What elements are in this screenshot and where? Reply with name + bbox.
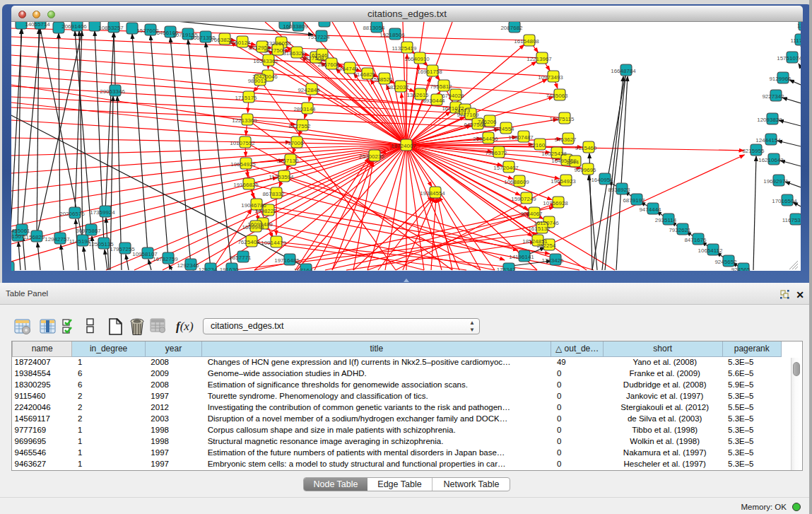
svg-text:12444154: 12444154 [755, 137, 781, 144]
svg-text:9463627: 9463627 [554, 136, 577, 143]
svg-text:7625402: 7625402 [237, 239, 260, 245]
svg-text:8678332: 8678332 [262, 191, 285, 197]
svg-text:10107552: 10107552 [230, 140, 255, 146]
svg-text:2087682: 2087682 [500, 25, 523, 31]
svg-text:15907249: 15907249 [511, 196, 536, 202]
svg-text:1615132: 1615132 [528, 226, 551, 232]
svg-text:7986372: 7986372 [485, 150, 507, 156]
svg-text:16961758: 16961758 [417, 69, 442, 75]
svg-text:1715175: 1715175 [235, 95, 257, 101]
svg-text:19654923: 19654923 [551, 178, 576, 185]
svg-text:129234: 129234 [199, 267, 218, 271]
svg-text:29053346: 29053346 [100, 88, 125, 95]
svg-text:10025438: 10025438 [541, 151, 567, 157]
svg-text:2935114: 2935114 [655, 217, 677, 223]
svg-text:30975867: 30975867 [76, 228, 101, 234]
svg-text:7485063: 7485063 [546, 93, 568, 99]
svg-text:9474444: 9474444 [639, 206, 661, 213]
svg-text:23226058: 23226058 [266, 40, 291, 47]
svg-text:10807487: 10807487 [508, 134, 534, 141]
svg-text:9777169: 9777169 [457, 112, 479, 118]
svg-text:10914479: 10914479 [261, 240, 286, 246]
svg-text:8215955: 8215955 [742, 148, 765, 154]
svg-text:11325419: 11325419 [392, 45, 418, 52]
svg-text:19692971: 19692971 [763, 178, 789, 185]
svg-text:1733426: 1733426 [541, 257, 564, 264]
svg-text:6794028: 6794028 [442, 93, 464, 99]
svg-text:7955812: 7955812 [430, 83, 452, 90]
svg-text:18724007: 18724007 [391, 143, 416, 149]
svg-text:16640910: 16640910 [404, 56, 430, 62]
svg-text:8813054: 8813054 [363, 25, 385, 31]
svg-text:9699695: 9699695 [574, 167, 596, 173]
svg-text:9857771: 9857771 [229, 255, 252, 261]
svg-text:191630: 191630 [220, 267, 239, 271]
svg-text:1156829: 1156829 [23, 234, 45, 240]
svg-text:19384554: 19384554 [420, 190, 445, 197]
svg-text:9245652: 9245652 [714, 259, 737, 265]
svg-text:15720407: 15720407 [493, 165, 519, 171]
svg-text:8938923: 8938923 [608, 187, 630, 193]
svg-text:7557224: 7557224 [307, 34, 330, 40]
svg-text:12093822: 12093822 [757, 117, 782, 123]
svg-text:1527602: 1527602 [136, 28, 159, 34]
svg-text:10688609: 10688609 [504, 179, 529, 185]
svg-text:3498222: 3498222 [254, 208, 277, 214]
svg-text:16782759: 16782759 [153, 256, 178, 262]
svg-text:746206: 746206 [478, 119, 497, 125]
svg-text:19654925: 19654925 [230, 161, 256, 168]
svg-text:20691406: 20691406 [61, 23, 87, 30]
svg-text:1145194: 1145194 [69, 238, 91, 245]
svg-text:173342: 173342 [497, 267, 516, 271]
svg-text:1588520: 1588520 [370, 76, 393, 83]
svg-text:11174: 11174 [790, 37, 801, 44]
svg-text:1609948: 1609948 [242, 224, 264, 230]
svg-text:9084067: 9084067 [520, 211, 543, 217]
svg-text:1167533: 1167533 [782, 217, 801, 223]
svg-text:11353594: 11353594 [269, 174, 295, 180]
svg-text:10973493: 10973493 [538, 74, 563, 81]
svg-text:17957255: 17957255 [110, 246, 135, 252]
svg-text:717006: 717006 [285, 140, 304, 146]
svg-text:8471676: 8471676 [684, 237, 707, 243]
svg-text:12942757: 12942757 [45, 236, 70, 243]
svg-text:20364456: 20364456 [473, 136, 498, 142]
svg-text:16033809: 16033809 [283, 23, 308, 30]
svg-text:924565: 924565 [731, 267, 751, 271]
svg-text:3267130: 3267130 [276, 158, 299, 164]
svg-text:20206576: 20206576 [59, 211, 85, 217]
svg-text:12975115: 12975115 [550, 116, 575, 122]
svg-text:62546: 62546 [312, 52, 328, 59]
svg-text:62160: 62160 [529, 142, 546, 148]
svg-text:19218506: 19218506 [379, 32, 405, 38]
svg-text:9660124: 9660124 [228, 40, 251, 46]
svg-text:14055714: 14055714 [25, 22, 50, 28]
svg-text:3824554: 3824554 [492, 126, 514, 132]
svg-text:1640954: 1640954 [591, 177, 613, 183]
svg-text:9115460: 9115460 [575, 145, 597, 151]
svg-text:8427552: 8427552 [288, 123, 311, 129]
svg-text:16210643: 16210643 [758, 157, 784, 163]
svg-text:9227342: 9227342 [762, 93, 784, 100]
svg-text:10756928: 10756928 [543, 200, 568, 206]
svg-text:1292346: 1292346 [177, 262, 199, 269]
svg-text:12213369: 12213369 [232, 117, 257, 124]
svg-text:8930444: 8930444 [423, 98, 445, 104]
svg-text:12213967: 12213967 [526, 56, 552, 62]
svg-text:197164: 197164 [294, 267, 313, 271]
svg-text:17016504: 17016504 [772, 198, 797, 204]
svg-text:6822037: 6822037 [387, 84, 409, 90]
svg-text:25300235: 25300235 [359, 153, 384, 160]
svg-text:10853257: 10853257 [98, 25, 124, 31]
svg-text:1644: 1644 [566, 159, 579, 165]
svg-text:16154808: 16154808 [514, 38, 539, 45]
svg-text:111: 111 [797, 23, 801, 29]
svg-text:1435061: 1435061 [11, 228, 30, 234]
svg-text:10654112: 10654112 [698, 247, 724, 254]
svg-text:14196141: 14196141 [509, 254, 534, 260]
svg-text:19716485: 19716485 [274, 257, 300, 264]
svg-text:15751074: 15751074 [777, 55, 801, 62]
svg-text:19166825: 19166825 [233, 182, 259, 188]
svg-text:16648784: 16648784 [611, 68, 636, 74]
svg-text:9129966: 9129966 [769, 76, 792, 82]
